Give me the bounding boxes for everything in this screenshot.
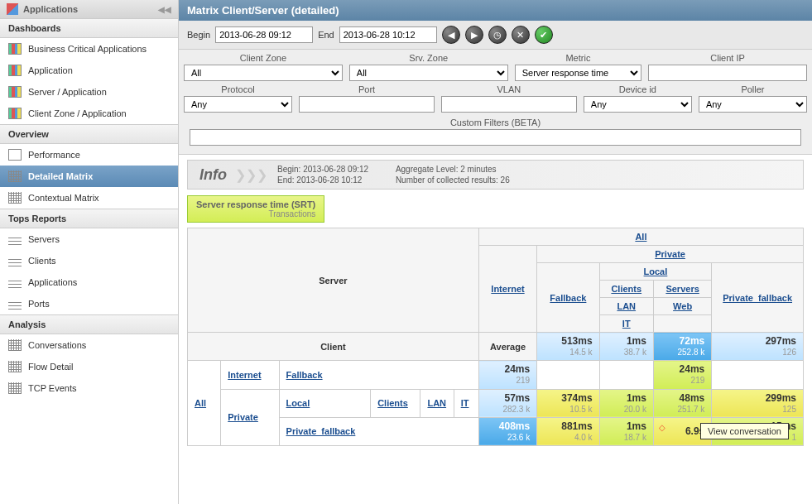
metric-badge-title: Server response time (SRT) xyxy=(196,199,315,209)
nav-clientzone-app[interactable]: Client Zone / Application xyxy=(0,103,178,124)
hdr-local[interactable]: Local xyxy=(644,266,668,276)
chart-icon xyxy=(8,65,22,76)
nav-server-app[interactable]: Server / Application xyxy=(0,81,178,103)
clock-button[interactable]: ◷ xyxy=(488,26,507,44)
list-icon xyxy=(8,255,22,266)
cell-r3-1[interactable]: 881ms4.0 k xyxy=(537,417,599,445)
device-id-select[interactable]: Any xyxy=(584,96,692,113)
port-label: Port xyxy=(358,84,375,94)
info-strip: Info ❯❯❯ Begin: 2013-06-28 09:12End: 201… xyxy=(187,160,804,190)
row-all[interactable]: All xyxy=(195,398,206,408)
prev-button[interactable]: ◀ xyxy=(442,26,460,44)
cancel-button[interactable]: ✕ xyxy=(512,26,530,44)
nav-tcp-events[interactable]: TCP Events xyxy=(0,377,178,399)
client-zone-label: Client Zone xyxy=(240,53,286,63)
protocol-label: Protocol xyxy=(221,84,254,94)
diamond-icon: ◇ xyxy=(659,423,665,432)
metric-select[interactable]: Server response time xyxy=(515,65,641,81)
apply-button[interactable]: ✔ xyxy=(535,26,553,44)
metric-label: Metric xyxy=(565,53,590,63)
cell-r1-4[interactable] xyxy=(712,361,804,389)
grid-icon xyxy=(8,192,22,204)
hdr-all[interactable]: All xyxy=(635,232,646,242)
srv-zone-label: Srv. Zone xyxy=(409,53,448,63)
end-label: End xyxy=(318,30,334,40)
next-button[interactable]: ▶ xyxy=(465,26,483,44)
hdr-clients[interactable]: Clients xyxy=(611,284,641,294)
hdr-internet[interactable]: Internet xyxy=(491,284,524,294)
collapse-icon[interactable]: ◀◀ xyxy=(158,5,171,14)
server-header: Server xyxy=(188,228,479,333)
row-internet[interactable]: Internet xyxy=(228,370,261,380)
section-tops: Tops Reports xyxy=(0,209,178,228)
cell-r1-3[interactable]: 24ms219 xyxy=(653,361,711,389)
hdr-it[interactable]: IT xyxy=(622,319,631,329)
poller-label: Poller xyxy=(741,84,764,94)
nav-ports[interactable]: Ports xyxy=(0,293,178,314)
list-icon xyxy=(8,233,22,245)
nav-bca[interactable]: Business Critical Applications xyxy=(0,38,178,60)
matrix-table: Server All Internet Private Fallback Loc… xyxy=(187,228,804,446)
cell-r2-4[interactable]: 299ms125 xyxy=(712,389,804,417)
nav-detailed-matrix[interactable]: Detailed Matrix xyxy=(0,166,178,187)
hdr-priv-fallback[interactable]: Private_fallback xyxy=(723,293,792,303)
device-id-label: Device id xyxy=(619,84,656,94)
custom-filters-input[interactable] xyxy=(190,129,801,146)
line-icon xyxy=(8,149,22,161)
chart-icon xyxy=(8,43,22,55)
row-local[interactable]: Local xyxy=(286,398,310,408)
cell-avg-3[interactable]: 72ms252.8 k xyxy=(653,333,711,361)
cell-r3-avg[interactable]: 408ms23.6 k xyxy=(478,417,536,445)
cell-avg-2[interactable]: 1ms38.7 k xyxy=(599,333,653,361)
cell-r2-2[interactable]: 1ms20.0 k xyxy=(599,389,653,417)
row-private[interactable]: Private xyxy=(228,412,258,422)
cell-r2-3[interactable]: 48ms251.7 k xyxy=(653,389,711,417)
metric-badge-sub: Transactions xyxy=(196,209,315,218)
tooltip: View conversation xyxy=(700,423,789,439)
hdr-web[interactable]: Web xyxy=(673,301,692,311)
row-lan[interactable]: LAN xyxy=(427,398,446,408)
cell-r1-1[interactable] xyxy=(537,361,599,389)
cell-r3-2[interactable]: 1ms18.7 k xyxy=(599,417,653,445)
cell-avg-4[interactable]: 297ms126 xyxy=(712,333,804,361)
cell-avg-1[interactable]: 513ms14.5 k xyxy=(537,333,599,361)
cell-r2-avg[interactable]: 57ms282.3 k xyxy=(478,389,536,417)
custom-filters-label: Custom Filters (BETA) xyxy=(185,118,805,127)
poller-select[interactable]: Any xyxy=(699,96,807,113)
client-zone-select[interactable]: All xyxy=(184,65,343,81)
metric-badge: Server response time (SRT) Transactions xyxy=(187,195,324,223)
row-priv-fallback[interactable]: Private_fallback xyxy=(286,426,356,436)
hdr-private[interactable]: Private xyxy=(655,249,685,259)
page-title: Matrix Client/Server (detailed) xyxy=(179,0,812,21)
section-overview: Overview xyxy=(0,124,178,144)
end-input[interactable] xyxy=(339,26,437,43)
nav-servers[interactable]: Servers xyxy=(0,228,178,250)
port-input[interactable] xyxy=(299,96,435,113)
sidebar: Applications ◀◀ Dashboards Business Crit… xyxy=(0,0,179,504)
row-clients[interactable]: Clients xyxy=(377,398,408,408)
vlan-input[interactable] xyxy=(441,96,577,113)
cell-r2-1[interactable]: 374ms10.5 k xyxy=(537,389,599,417)
client-ip-input[interactable] xyxy=(648,65,807,81)
begin-input[interactable] xyxy=(215,26,313,43)
client-ip-label: Client IP xyxy=(710,53,745,63)
nav-application[interactable]: Application xyxy=(0,60,178,81)
row-fallback[interactable]: Fallback xyxy=(286,370,323,380)
srv-zone-select[interactable]: All xyxy=(349,65,508,81)
hdr-lan[interactable]: LAN xyxy=(617,301,636,311)
client-header: Client xyxy=(188,333,479,361)
row-it[interactable]: IT xyxy=(461,398,469,408)
cell-r1-2[interactable] xyxy=(599,361,653,389)
nav-applications[interactable]: Applications xyxy=(0,271,178,293)
hdr-fallback[interactable]: Fallback xyxy=(550,293,586,303)
hdr-servers[interactable]: Servers xyxy=(665,284,699,294)
nav-conversations[interactable]: Conversations xyxy=(0,334,178,356)
nav-flow-detail[interactable]: Flow Detail xyxy=(0,356,178,377)
info-label: Info xyxy=(191,166,235,184)
nav-contextual-matrix[interactable]: Contextual Matrix xyxy=(0,187,178,209)
nav-clients[interactable]: Clients xyxy=(0,250,178,271)
protocol-select[interactable]: Any xyxy=(184,96,292,113)
nav-performance[interactable]: Performance xyxy=(0,144,178,166)
cell-r1-avg[interactable]: 24ms219 xyxy=(478,361,536,389)
vlan-label: VLAN xyxy=(497,84,521,94)
